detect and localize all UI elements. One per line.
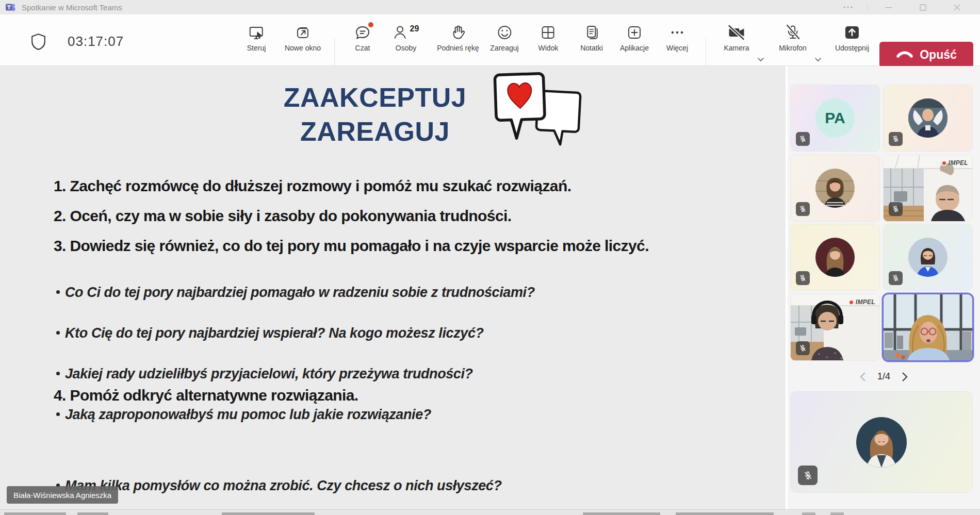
- notes-icon: [583, 24, 600, 41]
- avatar: [908, 98, 948, 138]
- muted-mic-icon: [796, 341, 810, 355]
- participant-video: [884, 294, 972, 360]
- page-indicator: 1/4: [877, 371, 890, 382]
- toolbar-divider: [706, 38, 706, 70]
- impel-logo-dot: [848, 300, 854, 305]
- title-bar: Spotkanie w Microsoft Teams: [0, 0, 980, 14]
- hang-up-icon: [896, 50, 913, 59]
- muted-mic-icon: [796, 271, 810, 285]
- muted-mic-icon: [889, 271, 903, 285]
- notes-button[interactable]: Notatki: [580, 24, 603, 52]
- teams-meeting-window: Spotkanie w Microsoft Teams 03:17:07: [0, 0, 980, 515]
- slide-title-line1: ZAAKCEPTUJ: [267, 80, 483, 114]
- participant-tile-wings[interactable]: [884, 85, 972, 151]
- slide-bullet-3: Jakiej rady udzieliłbyś przyjacielowi, k…: [54, 366, 693, 382]
- previous-page-button[interactable]: [859, 372, 866, 382]
- people-button[interactable]: 29 Osoby: [393, 24, 419, 52]
- microphone-button[interactable]: Mikrofon: [779, 24, 807, 52]
- participant-photo: [815, 238, 855, 277]
- chat-button[interactable]: Czat: [354, 24, 371, 52]
- view-button[interactable]: Widok: [538, 24, 559, 52]
- minimize-button[interactable]: [877, 0, 901, 14]
- ellipsis-icon: [668, 24, 686, 41]
- muted-mic-icon: [796, 202, 810, 216]
- participant-photo: [815, 169, 855, 208]
- titlebar-more-menu[interactable]: [837, 0, 859, 14]
- slide-bullet-1: Co Ci do tej pory najbardziej pomagało w…: [54, 285, 693, 301]
- maximize-button[interactable]: [911, 0, 935, 14]
- participant-photo: [856, 417, 907, 468]
- grid-view-icon: [540, 24, 557, 41]
- muted-mic-icon: [889, 132, 903, 146]
- participant-tile-blazer[interactable]: [884, 224, 972, 290]
- share-button[interactable]: Udostępnij: [835, 24, 869, 52]
- people-count: 29: [410, 24, 419, 34]
- participant-tile-active-speaker[interactable]: [884, 294, 972, 360]
- impel-logo-dot: [941, 160, 947, 166]
- muted-mic-icon: [798, 466, 818, 485]
- participant-photo: [908, 238, 948, 277]
- people-icon: [393, 24, 409, 41]
- slide-item-4: 4. Pomóż odkryć alternatywne rozwiązania…: [54, 386, 693, 405]
- avatar-initials: PA: [815, 98, 855, 138]
- camera-options-chevron[interactable]: [757, 55, 764, 64]
- slide-title-line2: ZAREAGUJ: [267, 114, 483, 148]
- avatar: [815, 238, 855, 277]
- slide-title: ZAAKCEPTUJ ZAREAGUJ: [267, 80, 483, 148]
- more-button[interactable]: Więcej: [666, 24, 688, 52]
- participant-tile-video-headphones[interactable]: IMPEL: [791, 294, 879, 360]
- new-window-icon: [294, 24, 312, 41]
- participant-photo: [908, 98, 948, 138]
- teams-logo-icon: [5, 2, 15, 12]
- control-button[interactable]: Steruj: [247, 24, 266, 52]
- shield-icon: [29, 32, 48, 51]
- slide-bullet-4: Jaką zaproponowałbyś mu pomoc lub jakie …: [54, 407, 693, 423]
- screen-control-icon: [248, 24, 265, 41]
- slide-item-3: 3. Dowiedz się również, co do tej pory m…: [54, 236, 693, 255]
- camera-button[interactable]: Kamera: [724, 24, 749, 52]
- avatar: [908, 238, 948, 277]
- slide-item-2: 2. Oceń, czy ma w sobie siły i zasoby do…: [54, 206, 693, 225]
- raised-hand-icon: [449, 24, 467, 41]
- smiley-icon: [496, 24, 513, 41]
- presenter-name-label: Biała-Wiśniewska Agnieszka: [7, 486, 118, 504]
- gallery-pagination: 1/4: [788, 371, 980, 382]
- heart-speech-bubbles-graphic: [489, 70, 587, 160]
- shared-presentation: ZAAKCEPTUJ ZAREAGUJ 1. Zachęć rozmówcę d…: [0, 66, 786, 509]
- next-page-button[interactable]: [902, 372, 908, 382]
- microphone-off-icon: [783, 24, 802, 41]
- chat-notification-dot: [368, 22, 373, 27]
- apps-plus-icon: [626, 24, 643, 41]
- raise-hand-button[interactable]: Podnieś rękę: [437, 24, 479, 52]
- impel-logo: IMPEL: [848, 298, 875, 306]
- toolbar-divider: [334, 38, 335, 70]
- participant-tile-pa[interactable]: PA: [791, 85, 879, 151]
- avatar: [815, 169, 855, 208]
- timer-value: 03:17:07: [68, 34, 124, 49]
- muted-mic-icon: [796, 132, 810, 146]
- muted-mic-icon: [889, 202, 903, 216]
- participant-tile-maroon[interactable]: [791, 224, 879, 290]
- camera-off-icon: [726, 24, 747, 41]
- share-screen-icon: [843, 24, 861, 41]
- new-window-button[interactable]: Nowe okno: [285, 24, 321, 52]
- window-title: Spotkanie w Microsoft Teams: [22, 3, 122, 12]
- titlebar-divider: [867, 3, 868, 11]
- react-button[interactable]: Zareaguj: [490, 24, 518, 52]
- apps-button[interactable]: Aplikacje: [620, 24, 649, 52]
- spotlight-participant-tile[interactable]: [791, 392, 972, 492]
- meeting-timer: 03:17:07: [29, 32, 124, 51]
- impel-logo: IMPEL: [941, 159, 968, 167]
- microphone-options-chevron[interactable]: [814, 55, 822, 64]
- avatar: PA: [815, 98, 855, 138]
- avatar: [856, 417, 907, 468]
- slide-bullet-2: Kto Cię do tej pory najbardziej wspierał…: [54, 325, 693, 341]
- leave-button[interactable]: Opuść: [879, 42, 973, 68]
- participant-tile-brick[interactable]: [791, 155, 879, 221]
- meeting-toolbar: 03:17:07 Steruj Nowe okno: [0, 14, 980, 66]
- close-button[interactable]: [945, 0, 969, 14]
- slide-bullet-5: Mam kilka pomysłów co można zrobić. Czy …: [54, 478, 693, 494]
- participant-tile-video-man[interactable]: IMPEL: [884, 155, 972, 221]
- background-window-edge: [0, 509, 980, 515]
- participants-sidebar: PA: [788, 66, 980, 509]
